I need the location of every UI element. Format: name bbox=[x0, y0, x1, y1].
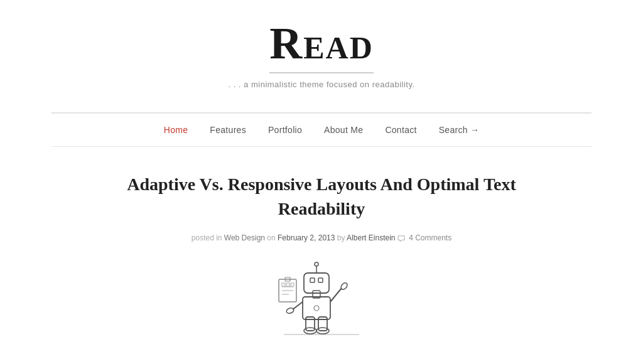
svg-line-9 bbox=[330, 288, 342, 302]
svg-rect-13 bbox=[310, 278, 315, 282]
nav-link-home[interactable]: Home bbox=[164, 125, 188, 135]
nav-item-contact[interactable]: Contact bbox=[385, 122, 416, 137]
nav-item-features[interactable]: Features bbox=[210, 122, 246, 137]
site-title: Read bbox=[51, 19, 592, 73]
site-nav: Home Features Portfolio About Me Contact… bbox=[51, 113, 592, 147]
nav-link-search[interactable]: Search → bbox=[439, 123, 479, 137]
svg-rect-24 bbox=[291, 283, 294, 286]
arrow-icon: → bbox=[470, 123, 479, 137]
site-header: Read . . . a minimalistic theme focused … bbox=[51, 0, 592, 101]
svg-point-6 bbox=[314, 306, 319, 311]
robot-illustration bbox=[271, 260, 372, 342]
nav-item-portfolio[interactable]: Portfolio bbox=[268, 122, 302, 137]
nav-item-about[interactable]: About Me bbox=[324, 122, 363, 137]
nav-item-home[interactable]: Home bbox=[164, 122, 188, 137]
meta-on: on bbox=[267, 233, 278, 242]
svg-rect-23 bbox=[286, 283, 289, 286]
svg-line-7 bbox=[293, 302, 303, 309]
nav-list: Home Features Portfolio About Me Contact… bbox=[51, 122, 592, 137]
main-content: Adaptive Vs. Responsive Layouts And Opti… bbox=[51, 153, 592, 364]
meta-comments: 4 Comments bbox=[409, 233, 451, 242]
post-title: Adaptive Vs. Responsive Layouts And Opti… bbox=[89, 172, 554, 221]
comment-icon bbox=[397, 235, 405, 242]
site-tagline: . . . a minimalistic theme focused on re… bbox=[51, 78, 592, 92]
meta-by: by bbox=[337, 233, 347, 242]
nav-item-search[interactable]: Search → bbox=[439, 123, 479, 137]
meta-date: February 2, 2013 bbox=[278, 233, 335, 242]
post-image bbox=[89, 260, 554, 346]
svg-rect-22 bbox=[282, 283, 285, 286]
svg-rect-14 bbox=[318, 278, 323, 282]
svg-rect-5 bbox=[303, 297, 330, 319]
nav-link-about[interactable]: About Me bbox=[324, 125, 363, 135]
svg-point-8 bbox=[286, 307, 294, 314]
svg-rect-12 bbox=[304, 273, 329, 293]
meta-prefix: posted in bbox=[192, 233, 222, 242]
nav-link-contact[interactable]: Contact bbox=[385, 125, 416, 135]
nav-link-features[interactable]: Features bbox=[210, 125, 246, 135]
post-meta: posted in Web Design on February 2, 2013… bbox=[89, 232, 554, 244]
meta-author: Albert Einstein bbox=[347, 233, 395, 242]
nav-link-portfolio[interactable]: Portfolio bbox=[268, 125, 302, 135]
meta-category[interactable]: Web Design bbox=[224, 233, 265, 242]
